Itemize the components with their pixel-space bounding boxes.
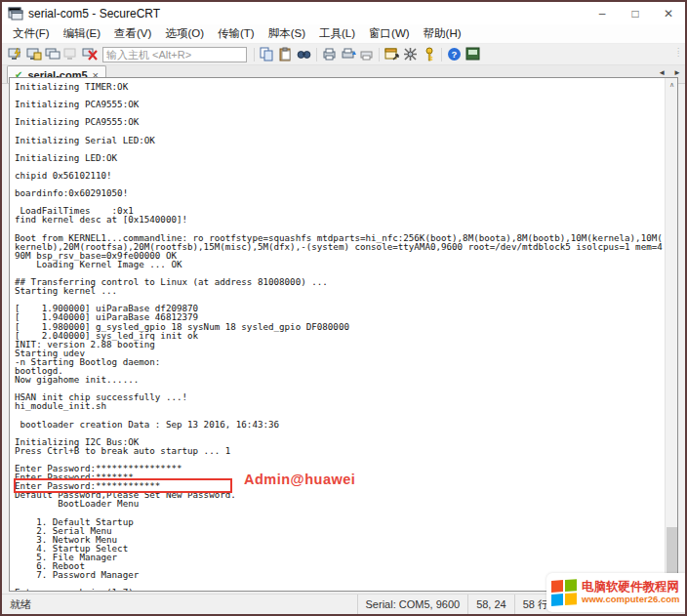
menu-edit[interactable]: 编辑(E)	[57, 24, 107, 43]
watermark-url: www.computer26.com	[582, 595, 679, 605]
watermark: 电脑软硬件教程网 www.computer26.com	[546, 573, 685, 612]
status-serial: Serial: COM5, 9600	[357, 595, 468, 614]
maximize-button[interactable]: □	[619, 2, 652, 24]
copy-icon[interactable]	[258, 46, 276, 63]
menu-tools[interactable]: 工具(L)	[312, 24, 362, 43]
tab-scroll-right-icon[interactable]: ►	[673, 68, 681, 77]
key-icon[interactable]	[420, 46, 438, 63]
terminal-area: Initializing TIMER:OK Initializing PCA95…	[9, 77, 678, 592]
disconnect-icon[interactable]	[80, 46, 99, 63]
properties-icon[interactable]	[383, 46, 401, 63]
toolbar-separator	[379, 48, 380, 62]
print-eject-icon[interactable]	[339, 46, 357, 63]
status-ready: 就绪	[2, 597, 31, 612]
menu-help[interactable]: 帮助(H)	[417, 24, 468, 43]
tab-scroll-left-icon[interactable]: ◄	[658, 68, 666, 77]
svg-text:?: ?	[452, 49, 458, 60]
toolbar-grip: ::	[677, 47, 685, 62]
find-icon[interactable]	[295, 46, 313, 63]
watermark-logo-icon	[551, 579, 578, 607]
watermark-site-name: 电脑软硬件教程网	[582, 580, 679, 594]
annotation-text: Admin@huawei	[244, 472, 355, 487]
menu-bar: 文件(F) 编辑(E) 查看(V) 选项(O) 传输(T) 脚本(S) 工具(L…	[2, 24, 685, 44]
terminal-content[interactable]: Initializing TIMER:OK Initializing PCA95…	[10, 78, 665, 591]
menu-transfer[interactable]: 传输(T)	[211, 24, 262, 43]
quick-connect-icon[interactable]	[6, 46, 24, 63]
clone-session-icon[interactable]	[43, 46, 61, 63]
menu-options[interactable]: 选项(O)	[158, 24, 211, 43]
status-cursor-position: 58, 24	[467, 595, 514, 614]
terminal-output: Initializing TIMER:OK Initializing PCA95…	[10, 78, 665, 591]
securecrt-window: serial-com5 - SecureCRT – □ ✕ 文件(F) 编辑(E…	[0, 0, 687, 616]
scrollbar-thumb[interactable]	[667, 527, 677, 580]
toolbar-separator	[254, 48, 255, 62]
toolbar: ? ::	[2, 44, 685, 65]
title-bar: serial-com5 - SecureCRT – □ ✕	[2, 2, 685, 24]
connect-icon-disabled[interactable]	[61, 46, 80, 63]
host-input[interactable]	[102, 47, 247, 62]
help-icon[interactable]: ?	[445, 46, 464, 63]
print-setup-icon[interactable]	[357, 46, 376, 63]
scroll-up-icon[interactable]: ∧	[666, 78, 678, 91]
app-icon	[8, 7, 23, 21]
menu-file[interactable]: 文件(F)	[6, 24, 57, 43]
toolbar-separator	[316, 48, 317, 62]
annotation-box	[14, 478, 232, 493]
session-manager-icon[interactable]	[24, 46, 43, 63]
minimize-button[interactable]: –	[586, 2, 619, 24]
menu-window[interactable]: 窗口(W)	[362, 24, 417, 43]
print-icon[interactable]	[320, 46, 339, 63]
close-button[interactable]: ✕	[652, 2, 685, 24]
paste-icon[interactable]	[276, 46, 295, 63]
session-options-icon[interactable]	[401, 46, 420, 63]
menu-script[interactable]: 脚本(S)	[262, 24, 312, 43]
app-launcher-icon[interactable]	[464, 46, 482, 63]
toolbar-separator	[441, 48, 442, 62]
vertical-scrollbar[interactable]: ∧ ∨	[665, 78, 677, 591]
window-title: serial-com5 - SecureCRT	[28, 7, 160, 21]
menu-view[interactable]: 查看(V)	[107, 24, 158, 43]
